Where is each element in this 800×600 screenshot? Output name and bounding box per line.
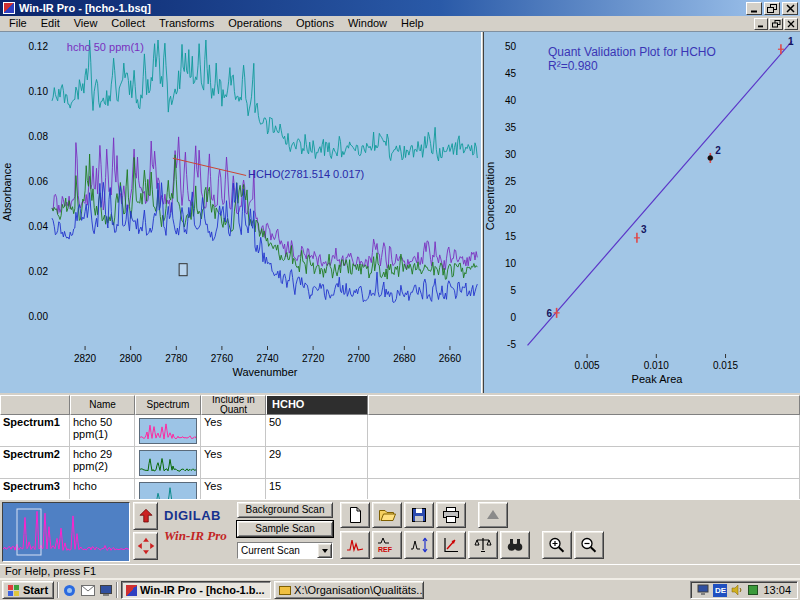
new-document-button[interactable] bbox=[340, 502, 370, 528]
spectrum-thumbnail bbox=[139, 418, 197, 444]
menubar: File Edit View Collect Transforms Operat… bbox=[0, 16, 800, 31]
task-label: X:\Organisation\Qualitäts... bbox=[294, 584, 424, 596]
svg-text:1: 1 bbox=[788, 36, 794, 47]
quicklaunch-desktop-icon[interactable] bbox=[98, 583, 113, 598]
clock[interactable]: 13:04 bbox=[763, 584, 791, 596]
cell-spectrum-thumb-2[interactable] bbox=[135, 479, 201, 499]
restore-icon bbox=[767, 4, 777, 13]
column-header-hcho[interactable]: HCHO bbox=[266, 395, 368, 415]
volume-icon[interactable] bbox=[731, 584, 743, 596]
spectrum-preview[interactable] bbox=[2, 502, 130, 562]
background-scan-button[interactable]: Background Scan bbox=[237, 502, 333, 518]
svg-text:10: 10 bbox=[505, 258, 517, 269]
svg-text:hcho 50 ppm(1): hcho 50 ppm(1) bbox=[67, 41, 144, 53]
start-label: Start bbox=[23, 584, 48, 596]
digilab-logo: DIGILAB Win-IR Pro bbox=[164, 508, 236, 544]
zoom-out-button[interactable] bbox=[574, 531, 604, 559]
cell-include-1[interactable]: Yes bbox=[201, 447, 266, 479]
move-all-button[interactable] bbox=[133, 532, 158, 560]
minimize-button[interactable] bbox=[746, 2, 762, 15]
open-file-button[interactable] bbox=[372, 502, 402, 528]
expand-button[interactable] bbox=[478, 502, 508, 528]
menu-file[interactable]: File bbox=[2, 16, 34, 31]
start-button[interactable]: Start bbox=[2, 581, 54, 599]
child-minimize-button[interactable] bbox=[754, 18, 768, 30]
close-button[interactable] bbox=[782, 2, 798, 15]
statusbar: For Help, press F1 bbox=[0, 564, 800, 578]
svg-text:0.015: 0.015 bbox=[713, 360, 738, 371]
menu-transforms[interactable]: Transforms bbox=[152, 16, 221, 31]
column-header-name[interactable]: Name bbox=[70, 395, 135, 415]
cell-spectrum-thumb-1[interactable] bbox=[135, 447, 201, 479]
scan-select[interactable]: Current Scan bbox=[237, 542, 333, 559]
svg-text:20: 20 bbox=[505, 204, 517, 215]
move-up-button[interactable] bbox=[133, 502, 158, 530]
svg-text:2780: 2780 bbox=[165, 353, 188, 364]
winir-app-icon bbox=[126, 585, 137, 596]
peak-pick-button[interactable] bbox=[436, 531, 466, 559]
row-header-spectrum2[interactable]: Spectrum2 bbox=[0, 447, 70, 479]
save-button[interactable] bbox=[404, 502, 434, 528]
child-close-button[interactable] bbox=[784, 18, 798, 30]
cell-hcho-2[interactable]: 15 bbox=[266, 479, 368, 499]
tray-status-icon[interactable] bbox=[747, 584, 759, 596]
cell-hcho-1[interactable]: 29 bbox=[266, 447, 368, 479]
menu-help[interactable]: Help bbox=[394, 16, 431, 31]
menu-edit[interactable]: Edit bbox=[34, 16, 67, 31]
zoom-in-icon bbox=[547, 536, 567, 554]
quicklaunch-browser-icon[interactable] bbox=[62, 583, 77, 598]
spectrum-plot[interactable]: 2820280027802760274027202700268026600.12… bbox=[0, 32, 481, 394]
cell-empty-0 bbox=[368, 415, 800, 447]
restore-button[interactable] bbox=[764, 2, 780, 15]
quant-balance-button[interactable] bbox=[468, 531, 498, 559]
quant-validation-plot[interactable]: Quant Validation Plot for HCHOR²=0.9800.… bbox=[484, 32, 800, 394]
minimize-icon bbox=[750, 4, 759, 13]
cell-name-2[interactable]: hcho bbox=[70, 479, 135, 499]
menu-operations[interactable]: Operations bbox=[221, 16, 289, 31]
svg-text:5: 5 bbox=[510, 285, 516, 296]
spectrum-scale-button[interactable] bbox=[404, 531, 434, 559]
menu-view[interactable]: View bbox=[67, 16, 105, 31]
svg-text:-5: -5 bbox=[507, 339, 516, 350]
row-header-spectrum3[interactable]: Spectrum3 bbox=[0, 479, 70, 499]
menu-collect[interactable]: Collect bbox=[104, 16, 152, 31]
zoom-out-icon bbox=[579, 536, 599, 554]
row-header-spectrum1[interactable]: Spectrum1 bbox=[0, 415, 70, 447]
dropdown-button[interactable] bbox=[317, 543, 332, 558]
balance-scale-icon bbox=[473, 536, 493, 554]
tray-monitor-icon[interactable] bbox=[697, 584, 709, 596]
cell-include-2[interactable]: Yes bbox=[201, 479, 266, 499]
zoom-in-button[interactable] bbox=[542, 531, 572, 559]
cell-name-0[interactable]: hcho 50 ppm(1) bbox=[70, 415, 135, 447]
cell-name-1[interactable]: hcho 29 ppm(2) bbox=[70, 447, 135, 479]
reference-spectrum-button[interactable]: REF bbox=[372, 531, 402, 559]
spectrum-display-button[interactable] bbox=[340, 531, 370, 559]
close-icon bbox=[787, 20, 795, 28]
menu-options[interactable]: Options bbox=[289, 16, 341, 31]
spectrum-icon bbox=[345, 536, 365, 554]
spectrum-scale-icon bbox=[409, 536, 429, 554]
svg-text:0.04: 0.04 bbox=[29, 221, 49, 232]
quicklaunch-mail-icon[interactable] bbox=[80, 583, 95, 598]
taskbar-task-winir[interactable]: Win-IR Pro - [hcho-1.b... bbox=[121, 581, 271, 599]
keyboard-language-indicator[interactable]: DE bbox=[713, 584, 727, 597]
column-header-spectrum[interactable]: Spectrum bbox=[135, 395, 201, 415]
cell-include-0[interactable]: Yes bbox=[201, 415, 266, 447]
print-button[interactable] bbox=[436, 502, 466, 528]
cell-spectrum-thumb-0[interactable] bbox=[135, 415, 201, 447]
spectrum-thumbnail bbox=[139, 450, 197, 476]
search-button[interactable] bbox=[500, 531, 530, 559]
cell-hcho-0[interactable]: 50 bbox=[266, 415, 368, 447]
child-restore-button[interactable] bbox=[769, 18, 783, 30]
menu-window[interactable]: Window bbox=[341, 16, 394, 31]
restore-icon bbox=[772, 20, 781, 28]
close-icon bbox=[786, 4, 795, 13]
svg-text:0.005: 0.005 bbox=[575, 360, 600, 371]
column-header-include[interactable]: Include in Quant bbox=[201, 395, 266, 415]
svg-text:2800: 2800 bbox=[120, 353, 143, 364]
spectrum-plot-panel: 2820280027802760274027202700268026600.12… bbox=[0, 32, 481, 393]
taskbar-task-explorer[interactable]: X:\Organisation\Qualitäts... bbox=[274, 581, 424, 599]
svg-text:50: 50 bbox=[505, 41, 517, 52]
sample-scan-button[interactable]: Sample Scan bbox=[237, 521, 333, 537]
folder-icon bbox=[279, 586, 291, 595]
